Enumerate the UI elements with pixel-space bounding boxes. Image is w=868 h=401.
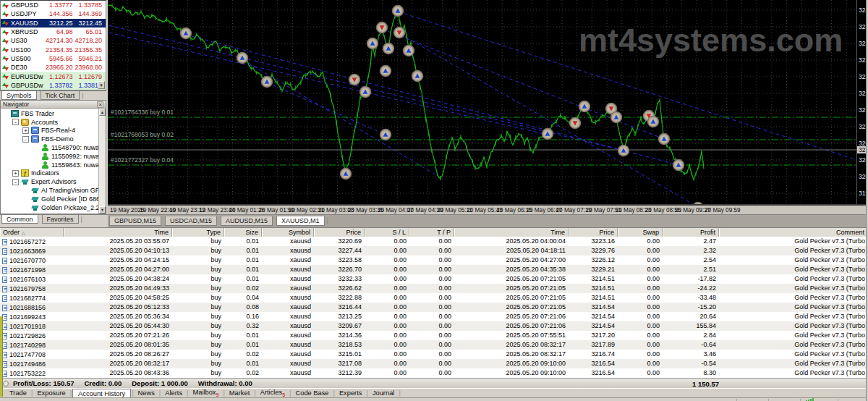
terminal-tab-journal[interactable]: Journal	[369, 389, 399, 397]
market-watch-row[interactable]: EURUSDw1.126731.12679	[1, 72, 106, 80]
tree-item[interactable]: -Accounts	[1, 118, 98, 127]
docked-side-tab[interactable]	[0, 316, 3, 397]
mt4-window: GBPUSD1.337771.33785USDJPY144.356144.369…	[0, 0, 868, 401]
market-watch-row[interactable]: US3042714.3042718.20	[1, 36, 106, 45]
collapse-icon[interactable]: -	[12, 179, 19, 185]
cell: 2025.05.20 03:55:07	[64, 237, 172, 246]
cell: 0.01	[224, 237, 262, 246]
market-watch-row[interactable]: USDJPY144.356144.369	[1, 9, 106, 18]
symbol-name: US100	[11, 46, 46, 54]
cell: buy	[172, 237, 224, 246]
history-row[interactable]: 10217494862025.05.20 08:32:17buy0.01xauu…	[0, 359, 868, 368]
price-label: 3216	[859, 106, 866, 114]
cell: 0.00	[409, 340, 454, 350]
terminal-tab-articles[interactable]: Articles5	[257, 389, 289, 397]
history-row[interactable]: 10217019182025.05.20 05:44:30buy0.32xauu…	[0, 321, 868, 331]
tree-item[interactable]: -Expert Advisors	[1, 177, 98, 186]
bid-price: 3212.25	[46, 20, 75, 27]
terminal-tab-news[interactable]: News	[135, 389, 158, 397]
history-row[interactable]: 10216638692025.05.20 04:10:13buy0.01xauu…	[0, 246, 868, 256]
cell: 3223.58	[314, 256, 365, 265]
tick-arrows-icon	[2, 46, 9, 53]
cell: 0.00	[365, 368, 409, 378]
cell: 3220.69	[314, 237, 365, 246]
history-row[interactable]: 10216707702025.05.20 04:24:15buy0.01xauu…	[0, 256, 868, 265]
cell: 0.00	[618, 246, 663, 256]
cell: 0.00	[618, 256, 663, 265]
history-row[interactable]: 10217298262025.05.20 07:21:26buy0.01xauu…	[0, 331, 868, 340]
cell: 0.08	[224, 303, 262, 312]
scroll-up-icon[interactable]: ▲	[99, 109, 106, 116]
chart-tab-audusd-m15[interactable]: AUDUSD,M15	[221, 216, 273, 226]
terminal-tab-trade[interactable]: Trade	[6, 389, 30, 397]
history-row[interactable]: 10216719982025.05.20 04:27:00buy0.01xauu…	[0, 265, 868, 274]
chart-tab-xauusd-m1[interactable]: XAUUSD,M1	[276, 216, 325, 226]
expand-icon[interactable]: +	[22, 127, 29, 134]
navigator-scrollbar[interactable]: ▲ ▼	[98, 109, 106, 214]
history-row[interactable]: 10216797582025.05.20 04:49:33buy0.02xauu…	[0, 284, 868, 293]
terminal-tab-code-base[interactable]: Code Base	[292, 389, 333, 397]
collapse-icon[interactable]: -	[12, 119, 19, 125]
time-label: 20 May 09:59	[705, 207, 741, 214]
summary-item: Deposit: 1 000.00	[132, 379, 188, 387]
terminal-tab-exposure[interactable]: Exposure	[33, 389, 69, 397]
history-row[interactable]: 10217532222025.05.20 08:43:36buy0.02xauu…	[0, 368, 868, 378]
tab-separator: |	[80, 215, 84, 224]
market-watch-row[interactable]: XAUUSD3212.253212.45	[1, 19, 106, 28]
account-icon	[31, 127, 39, 134]
cell: Gold Pecker v7.3 (Turbo	[719, 350, 868, 359]
history-row[interactable]: 10216572722025.05.20 03:55:07buy0.01xauu…	[0, 237, 868, 246]
history-row[interactable]: 10217402982025.05.20 08:01:35buy0.01xauu…	[0, 340, 868, 350]
tree-item[interactable]: 11550992: nuwara paksha	[1, 152, 98, 161]
collapse-icon[interactable]: -	[22, 136, 29, 143]
tree-item[interactable]: Gold Pecker [ID 6865] XAUUSD	[1, 195, 98, 203]
cell: 0.00	[409, 237, 454, 246]
tree-item[interactable]: -FBS-Demo	[1, 135, 98, 143]
tree-item[interactable]: 11559843: nuwara paksha	[1, 161, 98, 169]
cell: 2025.05.20 08:32:17	[454, 340, 569, 350]
tree-label: FBS-Real-4	[41, 127, 75, 134]
tree-item[interactable]: AI TradingVision GPX EA_fix_1	[1, 186, 98, 195]
tree-item[interactable]: Hermes EA MT4 v1.4	[1, 212, 98, 214]
history-row[interactable]: 10216827742025.05.20 04:58:25buy0.04xauu…	[0, 293, 868, 303]
market-watch-row[interactable]: US10021354.3521356.35	[1, 45, 106, 54]
terminal-tab-mailbox[interactable]: Mailbox9	[189, 389, 222, 397]
cell: 3218.53	[314, 340, 365, 350]
market-watch-row[interactable]: DE3023966.2023968.80	[1, 63, 106, 72]
market-watch-row[interactable]: US5005945.665946.21	[1, 54, 106, 63]
tab-common[interactable]: Common	[1, 215, 38, 224]
expand-icon[interactable]: +	[12, 170, 19, 177]
cell: 2025.05.20 05:44:30	[64, 321, 172, 331]
terminal-tab-experts[interactable]: Experts	[336, 389, 366, 397]
scroll-down-icon[interactable]: ▼	[99, 206, 106, 214]
cell: 155.84	[663, 321, 719, 331]
tree-item[interactable]: FBS Trader	[1, 109, 98, 118]
chart-area[interactable]	[108, 0, 856, 204]
time-axis: 19 May 202519 May 22:4019 May 23:1219 Ma…	[108, 204, 866, 214]
market-watch-row[interactable]: XBRUSD64.9865.01	[1, 28, 106, 36]
terminal-tabs: Trade|Exposure|Account History|News|Aler…	[0, 388, 868, 397]
terminal-tab-account-history[interactable]: Account History	[72, 389, 131, 398]
tree-item[interactable]: +FBS-Real-4	[1, 127, 98, 135]
terminal-tab-market[interactable]: Market	[226, 389, 253, 397]
tab-symbols[interactable]: Symbols	[1, 91, 37, 100]
tab-favorites[interactable]: Favorites	[42, 215, 79, 224]
history-row[interactable]: 10216992432025.05.20 05:36:34buy0.16xauu…	[0, 312, 868, 321]
scroll-down-icon[interactable]: ▼	[98, 81, 105, 89]
tree-item[interactable]: Golden Pickaxe_2.23_fix	[1, 203, 98, 212]
tab-tick-chart[interactable]: Tick Chart	[41, 91, 80, 100]
symbol-name: XAUUSD	[11, 20, 46, 27]
tree-item[interactable]: 11548790: nuwara paksha	[1, 143, 98, 152]
tree-item[interactable]: +ƒIndicators	[1, 169, 98, 178]
history-row[interactable]: 10217477082025.05.20 08:26:27buy0.02xauu…	[0, 350, 868, 359]
close-icon[interactable]: ×	[97, 101, 103, 108]
chart-tab-gbpusd-m15[interactable]: GBPUSD,M15	[109, 216, 161, 226]
market-watch-row[interactable]: GBPUSD1.337771.33785	[1, 1, 106, 9]
price-label: 3236	[859, 23, 866, 30]
cell: 2025.05.20 04:24:15	[64, 256, 172, 265]
market-watch-row[interactable]: GBPUSDw1.337821.33817	[1, 81, 106, 90]
history-row[interactable]: 10216761032025.05.20 04:38:24buy0.01xauu…	[0, 274, 868, 284]
chart-tab-usdcad-m15[interactable]: USDCAD,M15	[165, 216, 217, 226]
terminal-tab-alerts[interactable]: Alerts	[161, 389, 186, 397]
history-row[interactable]: 10216881562025.05.20 05:12:33buy0.08xauu…	[0, 303, 868, 312]
